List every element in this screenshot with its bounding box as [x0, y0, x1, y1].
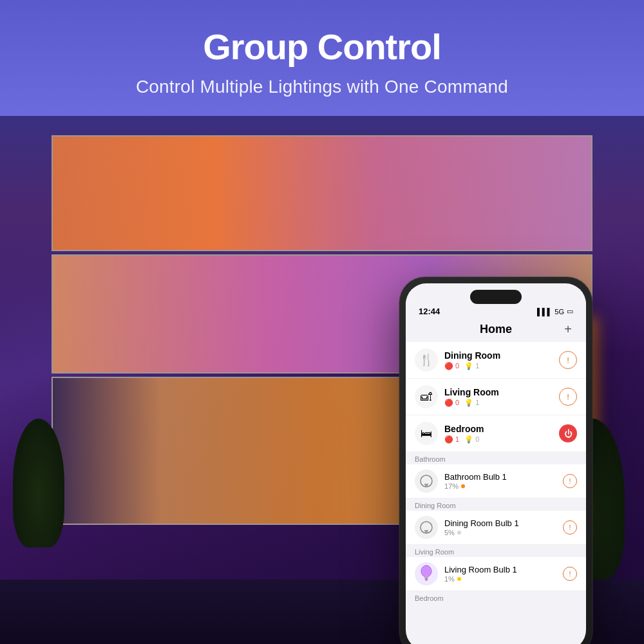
bathroom-label: Bathroom — [406, 452, 586, 464]
dining-bulb-icon — [415, 516, 438, 539]
bathroom-pct: 17% — [444, 482, 459, 490]
living-icon: 🛋 — [415, 385, 438, 408]
dining-devices: 🔴 0 💡 1 — [444, 362, 559, 370]
dining-bulb-status: 5% — [444, 529, 563, 536]
dynamic-island — [470, 290, 522, 304]
living-devices: 🔴 0 💡 1 — [444, 399, 559, 407]
header-section: Group Control Control Multiple Lightings… — [0, 0, 644, 110]
dining-bulb-info: Dining Room Bulb 1 5% — [444, 518, 563, 536]
app-scroll: 🍴 Dining Room 🔴 0 💡 1 ! — [406, 342, 586, 644]
bedroom-offline: 🔴 1 — [444, 435, 459, 444]
dining-name: Dining Room — [444, 350, 559, 361]
section-living-devices: Living Room Livi — [406, 545, 586, 591]
status-icons: ▌▌▌ 5G ▭ — [537, 307, 573, 316]
living-bulb-info: Living Room Bulb 1 1% — [444, 565, 563, 583]
battery-icon: ▭ — [567, 307, 573, 316]
living-dot — [457, 577, 461, 581]
svg-rect-7 — [424, 576, 428, 578]
svg-rect-9 — [425, 580, 428, 581]
hero-container: Group Control Control Multiple Lightings… — [0, 0, 644, 644]
living-offline: 🔴 0 — [444, 399, 459, 407]
rooms-section: 🍴 Dining Room 🔴 0 💡 1 ! — [406, 342, 586, 452]
app-header-title: Home — [431, 323, 560, 336]
section-bedroom-devices: Bedroom — [406, 591, 586, 603]
living-name: Living Room — [444, 387, 559, 397]
bulb-svg-2 — [419, 520, 433, 535]
section-dining-devices: Dining Room Dining Room Bulb 1 — [406, 498, 586, 545]
dining-bulb-name: Dining Room Bulb 1 — [444, 518, 563, 528]
dining-alert[interactable]: ! — [559, 351, 577, 369]
dining-dot — [457, 531, 461, 535]
bathroom-dot — [461, 484, 465, 488]
room-item-living[interactable]: 🛋 Living Room 🔴 0 💡 1 ! — [406, 379, 586, 415]
bedroom-icon: 🛏 — [415, 422, 438, 445]
network-label: 5G — [554, 308, 564, 316]
living-info: Living Room 🔴 0 💡 1 — [444, 387, 559, 407]
phone-inner: 12:44 ▌▌▌ 5G ▭ Home + — [406, 283, 586, 644]
status-bar: 12:44 ▌▌▌ 5G ▭ — [406, 301, 586, 319]
bathroom-bulb-info: Bathroom Bulb 1 17% — [444, 472, 563, 490]
svg-point-6 — [421, 565, 431, 577]
bathroom-bulb-status: 17% — [444, 482, 563, 490]
room-item-dining[interactable]: 🍴 Dining Room 🔴 0 💡 1 ! — [406, 342, 586, 379]
bathroom-bulb-alert[interactable]: ! — [563, 474, 577, 488]
sub-title: Control Multiple Lightings with One Comm… — [13, 77, 631, 97]
dining-device-label: Dining Room — [406, 498, 586, 511]
dining-info: Dining Room 🔴 0 💡 1 — [444, 350, 559, 370]
app-header: Home + — [406, 319, 586, 342]
dining-pct: 5% — [444, 529, 455, 536]
dining-offline: 🔴 0 — [444, 362, 459, 370]
status-time: 12:44 — [419, 307, 440, 316]
bedroom-devices: 🔴 1 💡 0 — [444, 435, 559, 444]
living-pct: 1% — [444, 575, 455, 583]
living-bulb-name: Living Room Bulb 1 — [444, 565, 563, 574]
living-bulb-status: 1% — [444, 575, 563, 583]
phone-wrapper: 12:44 ▌▌▌ 5G ▭ Home + — [399, 277, 592, 644]
device-living-bulb1[interactable]: Living Room Bulb 1 1% ! — [406, 557, 586, 591]
bedroom-power[interactable]: ⏻ — [559, 424, 577, 442]
living-alert[interactable]: ! — [559, 388, 577, 406]
dining-bulb-alert[interactable]: ! — [563, 520, 577, 535]
floor-top — [52, 135, 592, 251]
device-bathroom-bulb1[interactable]: Bathroom Bulb 1 17% ! — [406, 464, 586, 498]
living-online: 💡 1 — [464, 399, 479, 407]
bedroom-info: Bedroom 🔴 1 💡 0 — [444, 424, 559, 444]
living-device-label: Living Room — [406, 545, 586, 557]
section-bathroom: Bathroom Bathroom Bulb 1 — [406, 452, 586, 498]
svg-rect-8 — [425, 578, 428, 580]
room-item-bedroom[interactable]: 🛏 Bedroom 🔴 1 💡 0 ⏻ — [406, 415, 586, 452]
living-bulb-icon — [415, 562, 438, 585]
bathroom-bulb-name: Bathroom Bulb 1 — [444, 472, 563, 482]
main-title: Group Control — [13, 26, 631, 68]
device-dining-bulb1[interactable]: Dining Room Bulb 1 5% ! — [406, 511, 586, 545]
bedroom-name: Bedroom — [444, 424, 559, 434]
tree-left — [13, 419, 64, 547]
add-button[interactable]: + — [560, 321, 576, 337]
bedroom-device-label: Bedroom — [406, 591, 586, 603]
header-spacer — [416, 321, 431, 337]
bulb-svg — [419, 474, 433, 488]
bedroom-online: 💡 0 — [464, 435, 479, 444]
dining-online: 💡 1 — [464, 362, 479, 370]
bathroom-bulb-icon — [415, 469, 438, 493]
phone-outer: 12:44 ▌▌▌ 5G ▭ Home + — [399, 277, 592, 644]
dining-icon: 🍴 — [415, 348, 438, 372]
bulb-svg-3 — [419, 565, 433, 583]
signal-icon: ▌▌▌ — [537, 308, 552, 316]
living-bulb-alert[interactable]: ! — [563, 567, 577, 581]
